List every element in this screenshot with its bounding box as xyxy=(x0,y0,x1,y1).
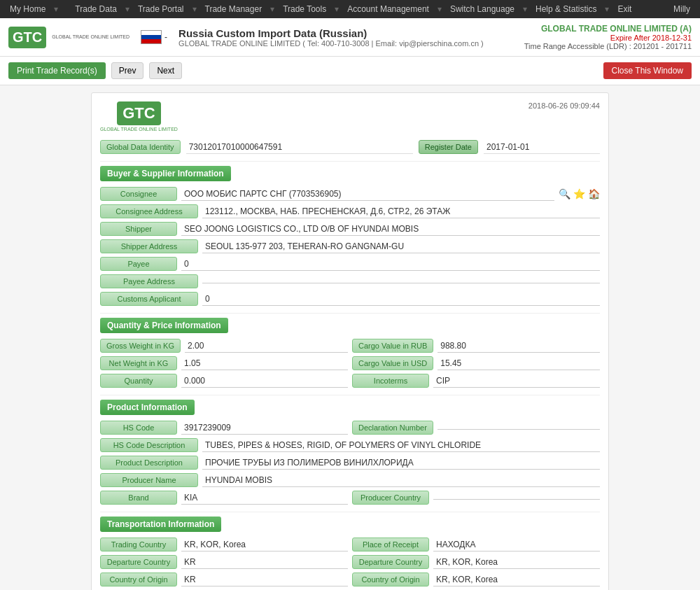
nav-my-home[interactable]: My Home xyxy=(6,4,50,14)
shipper-label: Shipper xyxy=(100,222,177,236)
producer-country-half: Producer Country xyxy=(352,491,600,505)
consignee-value: ООО МОБИС ПАРТС СНГ (7703536905) xyxy=(181,188,554,201)
customs-applicant-row: Customs Applicant 0 xyxy=(100,292,600,306)
card-logo-sub: GLOBAL TRADE ONLINE LIMITED xyxy=(100,127,178,132)
departure-country-label: Departure Country xyxy=(100,555,177,569)
top-toolbar: Print Trade Record(s) Prev Next Close Th… xyxy=(0,57,700,85)
brand-value: KIA xyxy=(181,491,348,505)
customs-applicant-label: Customs Applicant xyxy=(100,292,198,306)
time-range: Time Range Accessible (LDR) : 201201 - 2… xyxy=(524,42,692,50)
producer-country-value xyxy=(433,496,600,500)
gross-weight-cargo-rub-row: Gross Weight in KG 2.00 Cargo Value in R… xyxy=(100,339,600,353)
payee-address-label: Payee Address xyxy=(100,274,198,288)
buyer-supplier-header: Buyer & Supplier Information xyxy=(100,166,231,181)
nav-trade-data[interactable]: Trade Data xyxy=(71,4,121,14)
hs-code-half: HS Code 3917239009 xyxy=(100,421,348,435)
print-record-button[interactable]: Print Trade Record(s) xyxy=(8,62,106,79)
hs-code-label: HS Code xyxy=(100,421,177,435)
expire-date: Expire After 2018-12-31 xyxy=(524,34,692,42)
nav-trade-tools[interactable]: Trade Tools xyxy=(279,4,330,14)
logo-area: GTC GLOBAL TRADE ONLINE LIMITED xyxy=(8,27,130,48)
hs-code-desc-label: HS Code Description xyxy=(100,438,198,452)
nav-exit[interactable]: Exit xyxy=(613,4,636,14)
net-weight-value: 1.05 xyxy=(181,357,348,370)
page-main-title: Russia Custom Import Data (Russian) xyxy=(178,27,484,39)
payee-label: Payee xyxy=(100,257,177,271)
nav-user: Milly xyxy=(669,4,694,14)
declaration-number-half: Declaration Number xyxy=(352,421,600,435)
cargo-rub-label: Cargo Value in RUB xyxy=(352,339,433,353)
consignee-address-row: Consignee Address 123112., МОСКВА, НАБ. … xyxy=(100,204,600,218)
global-data-identity-row: Global Data Identity 7301201701000064759… xyxy=(100,140,600,154)
incoterms-value: CIP xyxy=(433,374,600,388)
transportation-header: Transportation Information xyxy=(100,517,221,532)
shipper-address-value: SEOUL 135-977 203, TEHERAN-RO GANGNAM-GU xyxy=(202,240,600,253)
header-right: GLOBAL TRADE ONLINE LIMITED (A) Expire A… xyxy=(524,24,692,50)
trading-country-half: Trading Country KR, KOR, Korea xyxy=(100,538,348,552)
search-icon[interactable]: 🔍 xyxy=(559,188,570,199)
producer-name-label: Producer Name xyxy=(100,473,198,487)
divider-3 xyxy=(100,395,600,395)
next-button[interactable]: Next xyxy=(149,62,182,79)
shipper-address-label: Shipper Address xyxy=(100,239,198,253)
header-bar: GTC GLOBAL TRADE ONLINE LIMITED - Russia… xyxy=(0,18,700,57)
net-weight-label: Net Weight in KG xyxy=(100,356,177,370)
consignee-icons: 🔍 ⭐ 🏠 xyxy=(559,188,600,199)
hs-code-desc-value: TUBES, PIPES & HOSES, RIGID, OF POLYMERS… xyxy=(202,439,600,452)
net-weight-cargo-usd-row: Net Weight in KG 1.05 Cargo Value in USD… xyxy=(100,356,600,370)
quantity-price-section: Quantity & Price Information Gross Weigh… xyxy=(100,318,600,388)
place-of-receipt-half: Place of Receipt НАХОДКА xyxy=(352,538,600,552)
header-title: Russia Custom Import Data (Russian) GLOB… xyxy=(178,27,484,48)
close-window-button[interactable]: Close This Window xyxy=(603,62,692,79)
hs-code-value: 3917239009 xyxy=(181,421,348,435)
country-of-origin2-value: KR, KOR, Korea xyxy=(433,573,600,587)
consignee-address-label: Consignee Address xyxy=(100,204,198,218)
register-date-value: 2017-01-01 xyxy=(484,141,600,154)
brand-label: Brand xyxy=(100,491,177,505)
hs-code-decl-row: HS Code 3917239009 Declaration Number xyxy=(100,421,600,435)
divider-4 xyxy=(100,512,600,512)
gross-weight-half: Gross Weight in KG 2.00 xyxy=(100,339,348,353)
divider-2 xyxy=(100,313,600,314)
brand-half: Brand KIA xyxy=(100,491,348,505)
product-desc-row: Product Description ПРОЧИЕ ТРУБЫ ИЗ ПОЛИ… xyxy=(100,456,600,470)
global-data-identity-value: 73012017010000647591 xyxy=(186,141,413,154)
trading-country-label: Trading Country xyxy=(100,538,177,552)
register-date-label: Register Date xyxy=(419,140,478,154)
card-date: 2018-06-26 09:09:44 xyxy=(528,101,600,110)
nav-trade-manager[interactable]: Trade Manager xyxy=(201,4,267,14)
nav-help-statistics[interactable]: Help & Statistics xyxy=(531,4,601,14)
flag-separator: - xyxy=(164,32,167,42)
producer-country-label: Producer Country xyxy=(352,491,429,505)
nav-trade-portal[interactable]: Trade Portal xyxy=(134,4,188,14)
shipper-address-row: Shipper Address SEOUL 135-977 203, TEHER… xyxy=(100,239,600,253)
flag-area: - xyxy=(141,30,167,44)
customs-applicant-value: 0 xyxy=(202,293,600,306)
payee-address-value xyxy=(202,280,600,283)
cargo-usd-label: Cargo Value in USD xyxy=(352,356,433,370)
producer-name-row: Producer Name HYUNDAI MOBIS xyxy=(100,473,600,487)
record-card: GTC GLOBAL TRADE ONLINE LIMITED 2018-06-… xyxy=(91,92,609,590)
logo-gtc: GTC xyxy=(13,29,42,45)
place-of-receipt-value: НАХОДКА xyxy=(433,538,600,552)
cargo-usd-value: 15.45 xyxy=(438,357,600,370)
origin-row: Country of Origin KR Country of Origin K… xyxy=(100,573,600,587)
product-desc-value: ПРОЧИЕ ТРУБЫ ИЗ ПОЛИМЕРОВ ВИНИЛХЛОРИДА xyxy=(202,456,600,470)
quantity-value: 0.000 xyxy=(181,374,348,388)
card-header: GTC GLOBAL TRADE ONLINE LIMITED 2018-06-… xyxy=(100,101,600,132)
gross-weight-label: Gross Weight in KG xyxy=(100,339,181,353)
logo-box: GTC xyxy=(8,27,46,48)
payee-address-row: Payee Address xyxy=(100,274,600,288)
country-of-origin2-half: Country of Origin KR, KOR, Korea xyxy=(352,573,600,587)
brand-producer-country-row: Brand KIA Producer Country xyxy=(100,491,600,505)
star-icon[interactable]: ⭐ xyxy=(573,188,585,199)
declaration-number-label: Declaration Number xyxy=(352,421,433,435)
quantity-incoterms-row: Quantity 0.000 Incoterms CIP xyxy=(100,374,600,388)
home-icon[interactable]: 🏠 xyxy=(588,188,600,199)
page-sub-title: GLOBAL TRADE ONLINE LIMITED ( Tel: 400-7… xyxy=(178,39,484,48)
prev-button[interactable]: Prev xyxy=(111,62,144,79)
nav-switch-language[interactable]: Switch Language xyxy=(446,4,519,14)
departure-country-value: KR xyxy=(181,556,348,569)
country-of-origin-label: Country of Origin xyxy=(100,573,177,587)
nav-account-management[interactable]: Account Management xyxy=(343,4,433,14)
